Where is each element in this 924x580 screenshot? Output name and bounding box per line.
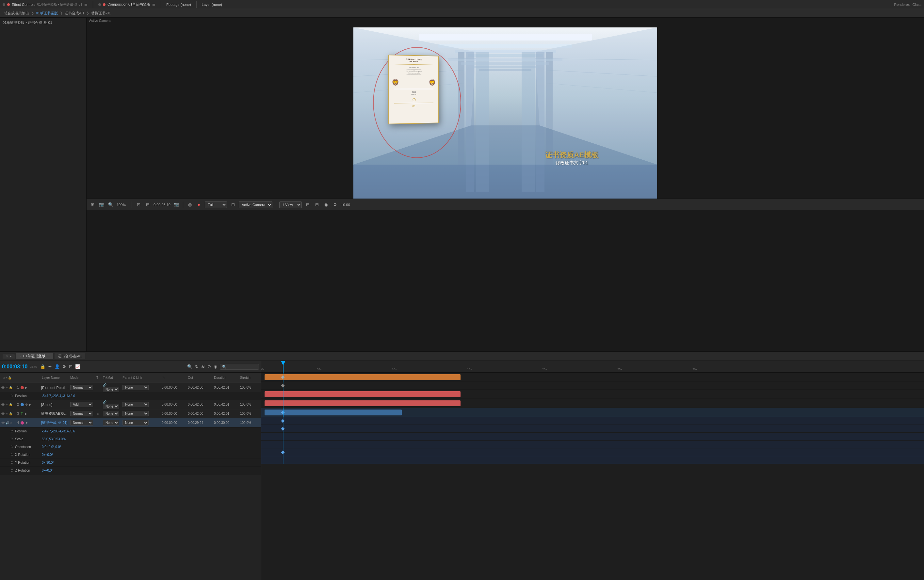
ruler-label-0s: 0s <box>261 368 265 371</box>
camera-select[interactable]: Active Camera <box>239 201 272 208</box>
tl-search-input[interactable] <box>220 364 259 370</box>
viewer-tb-circle[interactable]: ◎ <box>186 201 193 208</box>
viewer-tb-icon1[interactable]: ⊞ <box>89 201 96 208</box>
layer-row-3[interactable]: 👁 ☀ 🔒 3 T ▶ 证书资质AE模板 修改证书文字01 Normal <box>0 409 261 419</box>
trkmat-select-2[interactable]: None <box>103 404 119 409</box>
parent-select-1[interactable]: None <box>122 385 148 390</box>
tl-btn-graph[interactable]: 📈 <box>74 364 81 370</box>
viewer-tb-cam2[interactable]: 📷 <box>173 201 180 208</box>
parent-select-3[interactable]: None <box>122 411 148 416</box>
viewer-tb-grid[interactable]: ⊡ <box>135 201 142 208</box>
viewer-tb-icon3[interactable]: 🔍 <box>107 201 114 208</box>
tl-motion-blur-btn[interactable]: ≋ <box>201 364 206 370</box>
expand-icon-1[interactable]: ▶ <box>25 386 28 389</box>
breadcrumb-item-1[interactable]: 总合成渲染输出 <box>4 11 29 16</box>
composition-canvas[interactable]: CERTIFICATEof elite This certifies that … <box>353 28 657 199</box>
lock-icon-2[interactable]: 🔒 <box>9 403 12 406</box>
tl-search-btn[interactable]: 🔍 <box>186 364 193 370</box>
mode-select-3[interactable]: Normal <box>70 411 93 416</box>
breadcrumb-item-2[interactable]: 01单证书竖版 <box>36 11 58 16</box>
viewer-tb-icons4[interactable]: ⚙ <box>332 201 338 208</box>
solo-icon-1[interactable]: ☀ <box>5 386 8 389</box>
mode-select-4[interactable]: Normal <box>70 420 93 425</box>
trkmat-select-3[interactable]: None <box>103 411 119 416</box>
track-bar-1[interactable] <box>265 374 461 380</box>
viewer-tb-icon2[interactable]: 📷 <box>98 201 105 208</box>
track-bar-2[interactable] <box>265 391 461 397</box>
lock-icon-3[interactable]: 🔒 <box>9 412 12 415</box>
mode-select-2[interactable]: AddNormal <box>70 402 93 407</box>
viewer-tb-icons2[interactable]: ⊟ <box>313 201 320 208</box>
eye-icon-2[interactable]: 👁 <box>1 403 5 407</box>
view-select[interactable]: 1 View 2 Views 4 Views <box>279 201 302 208</box>
lock-icon-1[interactable]: 🔒 <box>9 386 12 389</box>
lr-icons-1: 👁 ☀ 🔒 1 ▶ <box>1 386 41 390</box>
prop-value-4-ori[interactable]: 0.0°,0.0°,0.0° <box>41 445 260 449</box>
lh-name-col: Layer Name <box>41 376 70 379</box>
solo-icon-3[interactable]: ☀ <box>5 412 8 415</box>
tl-btn-shy[interactable]: 👤 <box>54 364 61 370</box>
expand-icon-3[interactable]: ▶ <box>25 412 27 415</box>
tl-btn-frames[interactable]: ⊡ <box>68 364 73 370</box>
viewer-tb-safe[interactable]: ⊞ <box>144 201 151 208</box>
prop-value-4-zrot[interactable]: 0x+0.0° <box>41 469 260 472</box>
prop-stopwatch-4-zrot[interactable]: ⏱ <box>10 469 14 472</box>
prop-indent-4-yrot: ⏱ Y Rotation <box>1 461 41 465</box>
prop-stopwatch-4-yrot[interactable]: ⏱ <box>10 461 14 465</box>
expand-icon-4[interactable]: ▼ <box>25 421 28 425</box>
effect-controls-tab[interactable]: Effect Controls 01单证书竖版 • 证书合成-叁-01 ☰ <box>3 2 87 7</box>
viewer-tb-color[interactable]: ● <box>196 201 202 208</box>
mode-select-1[interactable]: NormalAddMultiply <box>70 385 93 390</box>
timeline-tab-comp1[interactable]: ✕ 01单证书竖版 ☰ <box>16 353 53 359</box>
prop-stopwatch-icon-1[interactable]: ⏱ <box>10 394 14 398</box>
timeline-tab-comp2[interactable]: 证书合成-叁-01 <box>54 353 86 359</box>
solo-icon-2[interactable]: ☀ <box>5 403 8 406</box>
tl-close-icon[interactable]: ✕ <box>6 355 8 358</box>
trkmat-select-1[interactable]: None <box>103 387 119 392</box>
expand-icon-2[interactable]: ▶ <box>29 403 31 406</box>
tl-loop-btn[interactable]: ↻ <box>194 364 199 370</box>
tl-live-btn[interactable]: ◉ <box>213 364 218 370</box>
eye-icon-1[interactable]: 👁 <box>1 386 5 390</box>
tl-btn-collapse[interactable]: ⚙ <box>62 364 67 370</box>
parent-select-2[interactable]: None <box>122 402 148 407</box>
viewer-tb-icons3[interactable]: ◉ <box>323 201 329 208</box>
layer-row-1[interactable]: 👁 ☀ 🔒 1 ▶ [Element Position 2] NormalAdd… <box>0 383 261 392</box>
parent-select-4[interactable]: None <box>122 420 148 425</box>
tl-draft-btn[interactable]: ⊙ <box>207 364 212 370</box>
layer-row-2[interactable]: 👁 ☀ 🔒 2 ⊙ ▶ [Shine] AddNormal <box>0 400 261 409</box>
tl-btn-lock[interactable]: 🔒 <box>40 364 46 370</box>
prop-value-4-pos[interactable]: -547.7,-205.4,-31495.6 <box>41 430 260 433</box>
prop-value-4-scale[interactable]: 53.0,53.0,53.0% <box>41 437 260 441</box>
prop-stopwatch-4-xrot[interactable]: ⏱ <box>10 453 14 456</box>
lh-spacer: ⊙☀🔒 <box>3 376 12 379</box>
eye-icon-4[interactable]: 👁 <box>1 421 5 425</box>
timeline-tab-main[interactable]: ✕ ● <box>3 354 15 359</box>
solo-icon-4[interactable]: ☀ <box>10 421 12 425</box>
tl-btn-solo[interactable]: ☀ <box>47 364 53 370</box>
viewer-tb-sq[interactable]: ⊡ <box>230 201 236 208</box>
prop-value-4-xrot[interactable]: 0x+0.0° <box>41 453 260 456</box>
composition-tab[interactable]: Composition 01单证书竖版 ☰ <box>98 2 155 7</box>
track-bar-4[interactable] <box>265 410 402 415</box>
viewer-tb-icons1[interactable]: ⊞ <box>305 201 311 208</box>
prop-value-4-yrot[interactable]: 0x-90.0° <box>41 461 260 465</box>
trkmat-select-4[interactable]: None <box>103 420 119 425</box>
layer-t-3: ≋ <box>96 412 103 416</box>
track-bar-3[interactable] <box>265 400 461 406</box>
eye-icon-3[interactable]: 👁 <box>1 412 5 416</box>
breadcrumb-item-3[interactable]: 证书合成-01 <box>65 11 84 16</box>
prop-value-1[interactable]: -547.7,-205.4,-31642.6 <box>41 394 260 398</box>
prop-indent-4-xrot: ⏱ X Rotation <box>1 453 41 456</box>
tl-close2-icon[interactable]: ✕ <box>19 355 22 358</box>
layer-row-4[interactable]: 👁 🔊 ☀ 4 ▼ [证书合成-叁-01] Normal <box>0 419 261 427</box>
prop-row-4-scale: ⏱ Scale 53.0,53.0,53.0% <box>0 435 261 443</box>
prop-stopwatch-4-pos[interactable]: ⏱ <box>10 430 14 433</box>
quality-select[interactable]: Full Half Quarter <box>205 201 227 208</box>
prop-stopwatch-4-ori[interactable]: ⏱ <box>10 445 14 449</box>
current-time-display[interactable]: 0:00:03:10 <box>2 364 28 370</box>
divider2 <box>183 201 183 208</box>
audio-icon-4[interactable]: 🔊 <box>5 421 9 425</box>
prop-stopwatch-4-scale[interactable]: ⏱ <box>10 437 14 441</box>
breadcrumb-item-4[interactable]: 替换证书-01 <box>91 11 111 16</box>
